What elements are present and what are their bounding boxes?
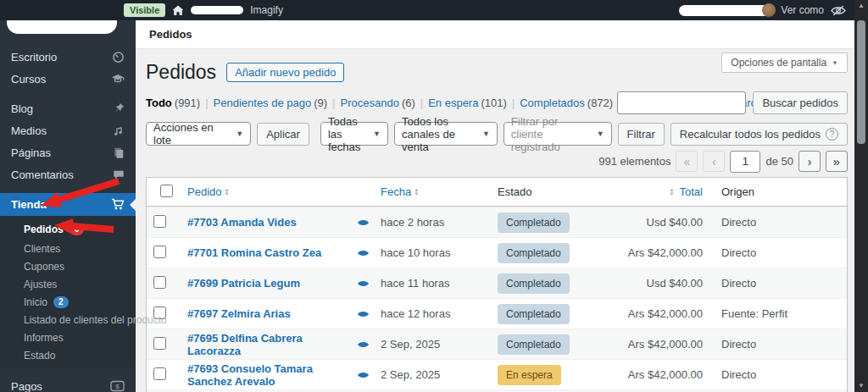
column-header-pedido[interactable]: Pedido ▲▼: [181, 185, 350, 198]
dashboard-icon: [112, 51, 125, 63]
view-as-menu[interactable]: Ver como: [781, 4, 824, 16]
preview-eye-icon[interactable]: [350, 279, 374, 288]
apply-button[interactable]: Aplicar: [257, 123, 309, 146]
filter-todo[interactable]: Todo: [146, 97, 172, 109]
chevron-down-icon: ▼: [482, 130, 490, 138]
preview-eye-icon[interactable]: [350, 310, 374, 318]
order-total: Usd $40.00: [611, 216, 715, 229]
last-page-button[interactable]: »: [826, 151, 848, 172]
items-count: 991 elementos: [598, 155, 670, 168]
chevron-down-icon: ▼: [373, 130, 381, 138]
preview-eye-icon[interactable]: [350, 340, 374, 349]
row-checkbox[interactable]: [153, 276, 166, 289]
sidebar-item-label: Inicio: [24, 296, 47, 308]
sidebar-item-medios[interactable]: Medios: [0, 119, 136, 141]
filter-en-espera[interactable]: En espera: [428, 97, 478, 109]
order-origin: Directo: [715, 216, 847, 229]
sort-icon: ▲▼: [224, 188, 229, 196]
table-body: #7703 Amanda Vides hace 2 horas Completa…: [147, 207, 847, 392]
page-scrollbar[interactable]: ▲ ▼: [854, 0, 868, 392]
admin-sidebar: Escritorio Cursos Blog Medios: [0, 0, 136, 392]
order-date: hace 11 horas: [374, 277, 491, 290]
imagify-menu[interactable]: Imagify: [250, 4, 283, 16]
bulk-actions-select[interactable]: Acciones en lote ▼: [146, 122, 251, 146]
preview-eye-icon[interactable]: [350, 371, 374, 379]
user-account-redacted[interactable]: [679, 5, 774, 16]
sidebar-item-informes[interactable]: Informes: [0, 329, 136, 346]
home-icon[interactable]: [172, 5, 184, 16]
admin-top-bar: Visible Imagify Ver como: [0, 0, 854, 20]
column-header-total[interactable]: ▲▼ Total: [611, 185, 715, 198]
order-link[interactable]: #7701 Romina Castro Zea: [187, 246, 321, 259]
order-date: 2 Sep, 2025: [374, 338, 491, 351]
order-link[interactable]: #7699 Patricia Legum: [187, 277, 300, 290]
status-badge: Completado: [498, 304, 570, 324]
preview-eye-icon[interactable]: [350, 249, 374, 257]
order-link[interactable]: #7693 Consuelo Tamara Sanchez Arevalo: [187, 362, 313, 388]
search-orders-button[interactable]: Buscar pedidos: [753, 91, 848, 114]
first-page-button[interactable]: «: [676, 151, 698, 172]
order-date: 2 Sep, 2025: [374, 368, 491, 381]
add-order-button[interactable]: Añadir nuevo pedido: [226, 63, 344, 82]
filter-button[interactable]: Filtrar: [618, 123, 665, 146]
order-link[interactable]: #7695 Delfina Cabrera Lacorazza: [187, 332, 303, 357]
sidebar-item-label: Comentarios: [11, 168, 74, 181]
customer-filter-select[interactable]: Filtrar por cliente registrado ▼: [504, 122, 612, 146]
search-orders-input[interactable]: [617, 91, 746, 114]
sidebar-item-pedidos[interactable]: Pedidos 6: [0, 218, 136, 240]
sidebar-item-estado[interactable]: Estado: [0, 346, 136, 364]
order-link[interactable]: #7697 Zelmira Arias: [187, 307, 291, 320]
sidebar-item-comentarios[interactable]: Comentarios: [0, 163, 136, 185]
scroll-down-arrow[interactable]: ▼: [854, 381, 868, 391]
sidebar-item-ajustes[interactable]: Ajustes: [0, 275, 136, 293]
comment-icon: [113, 169, 125, 180]
order-origin: Fuente: Perfit: [715, 307, 847, 320]
status-badge: Completado: [498, 243, 570, 263]
status-badge: Completado: [498, 273, 570, 294]
filter-completados[interactable]: Completados: [520, 97, 585, 109]
sidebar-item-clientes[interactable]: Clientes: [0, 240, 136, 257]
date-filter-select[interactable]: Todas las fechas ▼: [320, 122, 388, 146]
row-checkbox[interactable]: [153, 337, 166, 350]
order-link[interactable]: #7703 Amanda Vides: [187, 216, 297, 229]
sidebar-item-listado-clientes-producto[interactable]: Listado de clientes del producto: [0, 311, 136, 329]
sidebar-separator: [0, 90, 136, 97]
current-page-input[interactable]: [730, 151, 760, 173]
sort-icon: ▲▼: [670, 188, 675, 196]
sidebar-item-tienda[interactable]: Tienda: [0, 193, 136, 216]
prev-page-button[interactable]: ‹: [703, 151, 725, 172]
sidebar-item-cupones[interactable]: Cupones: [0, 257, 136, 275]
sidebar-item-label: Listado de clientes del producto: [24, 314, 167, 326]
row-checkbox[interactable]: [153, 215, 166, 228]
scroll-up-arrow[interactable]: ▲: [854, 1, 868, 11]
store-submenu: Pedidos 6 Clientes Cupones Ajustes Inici…: [0, 216, 136, 367]
search-group: Buscar pedidos: [617, 91, 848, 114]
order-date: hace 10 horas: [374, 246, 491, 259]
recalculate-orders-button[interactable]: Recalcular todos los pedidos ?: [670, 123, 848, 146]
row-checkbox[interactable]: [153, 246, 166, 258]
sidebar-item-escritorio[interactable]: Escritorio: [0, 46, 136, 68]
table-row: #7699 Patricia Legum hace 11 horas Compl…: [147, 268, 847, 298]
pages-icon: [113, 146, 125, 159]
preview-eye-icon[interactable]: [350, 218, 374, 227]
sidebar-item-blog[interactable]: Blog: [0, 97, 136, 119]
filter-procesando[interactable]: Procesando: [341, 97, 399, 109]
sidebar-item-paginas[interactable]: Páginas: [0, 141, 136, 163]
sales-channel-select[interactable]: Todos los canales de venta ▼: [394, 122, 498, 146]
column-header-fecha[interactable]: Fecha ▲▼: [374, 185, 491, 198]
sidebar-item-inicio[interactable]: Inicio 2: [0, 293, 136, 311]
screen-options-button[interactable]: Opciones de pantalla ▼: [721, 52, 848, 73]
sidebar-item-pagos[interactable]: Pagos $: [0, 375, 136, 392]
next-page-button[interactable]: ›: [798, 151, 821, 172]
filter-pendientes[interactable]: Pendientes de pago: [214, 97, 312, 109]
order-total: Ars $42,000.00: [611, 338, 715, 351]
site-name-redacted[interactable]: [191, 6, 243, 14]
active-menu-notch: [130, 199, 136, 211]
select-all-checkbox[interactable]: [160, 185, 173, 197]
pushpin-icon: [113, 102, 125, 114]
eye-off-icon[interactable]: [831, 5, 846, 16]
row-checkbox[interactable]: [153, 367, 166, 380]
sidebar-item-label: Pedidos: [24, 224, 64, 235]
sidebar-item-cursos[interactable]: Cursos: [0, 68, 136, 90]
scrollbar-thumb[interactable]: [857, 20, 865, 144]
